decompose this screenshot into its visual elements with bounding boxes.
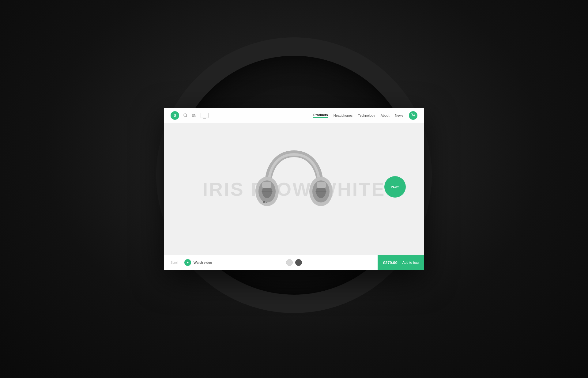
- svg-line-1: [186, 116, 187, 117]
- add-to-bag-section: £279.00 Add to bag: [378, 255, 424, 270]
- product-price: £279.00: [383, 260, 398, 265]
- color-dark-option[interactable]: [295, 259, 302, 266]
- search-icon: [183, 113, 187, 117]
- svg-marker-18: [187, 262, 189, 263]
- color-selector: [286, 259, 302, 266]
- svg-rect-15: [317, 182, 326, 188]
- play-label: PLAY: [391, 185, 399, 188]
- svg-point-3: [414, 117, 415, 117]
- browser-window: S EN Products Headphones Technology Abou…: [164, 108, 424, 270]
- play-button[interactable]: PLAY: [384, 176, 406, 198]
- watch-video-button[interactable]: Watch video: [184, 259, 212, 266]
- hero-area: IRIS FLOW WHITE: [164, 123, 424, 255]
- nav-about[interactable]: About: [381, 114, 390, 117]
- svg-point-2: [413, 117, 413, 117]
- logo-button[interactable]: S: [171, 111, 179, 120]
- nav-news[interactable]: News: [395, 114, 403, 117]
- play-triangle-icon: [187, 261, 189, 264]
- nav-left: S EN: [171, 111, 209, 120]
- cart-button[interactable]: [409, 111, 417, 120]
- screen-toggle[interactable]: [201, 113, 209, 118]
- svg-rect-17: [266, 202, 267, 203]
- color-light-option[interactable]: [286, 259, 293, 266]
- nav-technology[interactable]: Technology: [358, 114, 375, 117]
- svg-rect-16: [263, 201, 265, 203]
- search-button[interactable]: [183, 113, 187, 117]
- add-to-bag-button[interactable]: Add to bag: [402, 261, 419, 264]
- headphones-svg: [251, 146, 337, 226]
- svg-rect-14: [262, 182, 271, 188]
- nav-products[interactable]: Products: [313, 113, 328, 118]
- cart-icon: [411, 113, 415, 117]
- watch-video-play-icon: [184, 259, 191, 266]
- product-image: [251, 146, 337, 232]
- language-selector[interactable]: EN: [192, 114, 196, 117]
- bottom-bar: Scroll Watch video: [164, 255, 424, 270]
- nav-right: Products Headphones Technology About New…: [313, 111, 417, 120]
- scroll-label: Scroll: [171, 261, 178, 264]
- watch-video-label: Watch video: [194, 261, 212, 264]
- navbar: S EN Products Headphones Technology Abou…: [164, 108, 424, 123]
- nav-headphones[interactable]: Headphones: [334, 114, 352, 117]
